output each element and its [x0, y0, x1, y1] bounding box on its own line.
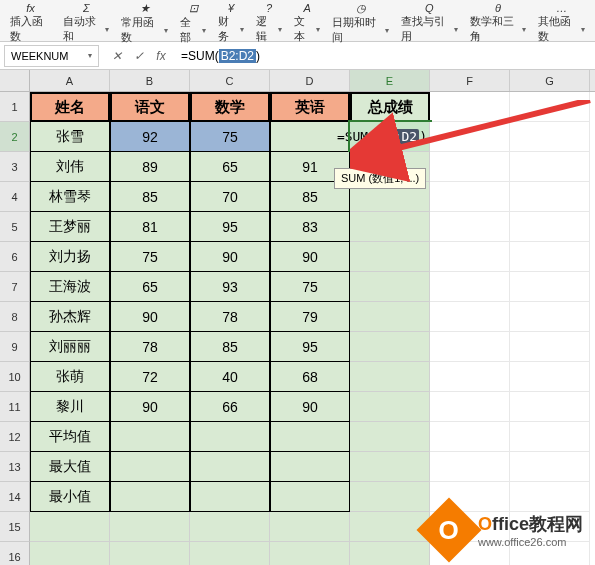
row-header[interactable]: 16	[0, 542, 30, 565]
header-cell[interactable]: 数学	[190, 92, 270, 122]
row-header[interactable]: 2	[0, 122, 30, 152]
col-header-d[interactable]: D	[270, 70, 350, 91]
cell[interactable]	[190, 542, 270, 565]
cell-e[interactable]	[350, 302, 430, 332]
fx-icon[interactable]: fx	[153, 49, 169, 63]
row-header[interactable]: 14	[0, 482, 30, 512]
cell[interactable]	[110, 512, 190, 542]
data-cell[interactable]: 78	[110, 332, 190, 362]
cell[interactable]	[430, 332, 510, 362]
cell-e[interactable]	[350, 452, 430, 482]
name-cell[interactable]: 张雪	[30, 122, 110, 152]
data-cell[interactable]: 90	[110, 302, 190, 332]
cell[interactable]	[430, 422, 510, 452]
row-header[interactable]: 13	[0, 452, 30, 482]
name-cell[interactable]: 刘丽丽	[30, 332, 110, 362]
header-cell[interactable]: 姓名	[30, 92, 110, 122]
cell-e[interactable]	[350, 422, 430, 452]
cell[interactable]	[430, 302, 510, 332]
ribbon-insert-function[interactable]: fx 插入函数	[4, 2, 57, 40]
data-cell[interactable]: 90	[270, 392, 350, 422]
data-cell[interactable]	[190, 482, 270, 512]
cell[interactable]	[430, 152, 510, 182]
col-header-a[interactable]: A	[30, 70, 110, 91]
cell-e[interactable]	[350, 332, 430, 362]
data-cell[interactable]: 66	[190, 392, 270, 422]
name-cell[interactable]: 王梦丽	[30, 212, 110, 242]
data-cell[interactable]	[190, 422, 270, 452]
cell[interactable]	[30, 512, 110, 542]
ribbon-datetime[interactable]: ◷ 日期和时间▾	[326, 2, 395, 40]
cell[interactable]	[430, 182, 510, 212]
row-header[interactable]: 4	[0, 182, 30, 212]
row-header[interactable]: 10	[0, 362, 30, 392]
row-header[interactable]: 5	[0, 212, 30, 242]
data-cell[interactable]: 93	[190, 272, 270, 302]
cell[interactable]	[510, 122, 590, 152]
data-cell[interactable]: 95	[270, 332, 350, 362]
name-cell[interactable]: 林雪琴	[30, 182, 110, 212]
cell[interactable]	[510, 272, 590, 302]
data-cell[interactable]: 83	[270, 212, 350, 242]
data-cell[interactable]	[110, 482, 190, 512]
cell[interactable]	[510, 212, 590, 242]
data-cell[interactable]: 90	[110, 392, 190, 422]
data-cell[interactable]: 89	[110, 152, 190, 182]
cell-e[interactable]	[350, 362, 430, 392]
ribbon-logical[interactable]: ? 逻辑▾	[250, 2, 288, 40]
ribbon-all[interactable]: ⊡ 全部▾	[174, 2, 212, 40]
cell[interactable]	[430, 272, 510, 302]
name-cell[interactable]: 黎川	[30, 392, 110, 422]
data-cell[interactable]: 78	[190, 302, 270, 332]
cell[interactable]	[190, 512, 270, 542]
cell[interactable]	[510, 392, 590, 422]
ribbon-math[interactable]: θ 数学和三角▾	[464, 2, 533, 40]
name-cell[interactable]: 平均值	[30, 422, 110, 452]
data-cell[interactable]	[110, 452, 190, 482]
ribbon-other[interactable]: … 其他函数▾	[532, 2, 591, 40]
cell[interactable]	[510, 452, 590, 482]
row-header[interactable]: 3	[0, 152, 30, 182]
cell[interactable]	[430, 212, 510, 242]
chevron-down-icon[interactable]: ▾	[88, 51, 92, 60]
data-cell[interactable]: 79	[270, 302, 350, 332]
data-cell[interactable]: 75	[190, 122, 270, 152]
cancel-icon[interactable]: ✕	[109, 49, 125, 63]
row-header[interactable]: 7	[0, 272, 30, 302]
header-cell[interactable]: 总成绩	[350, 92, 430, 122]
col-header-f[interactable]: F	[430, 70, 510, 91]
data-cell[interactable]: 70	[190, 182, 270, 212]
cell[interactable]	[430, 362, 510, 392]
col-header-c[interactable]: C	[190, 70, 270, 91]
data-cell[interactable]: 68	[270, 362, 350, 392]
select-all-corner[interactable]	[0, 70, 30, 91]
data-cell[interactable]: 85	[110, 182, 190, 212]
cell[interactable]	[510, 422, 590, 452]
cell-e[interactable]	[350, 482, 430, 512]
row-header[interactable]: 6	[0, 242, 30, 272]
data-cell[interactable]	[190, 452, 270, 482]
data-cell[interactable]	[270, 482, 350, 512]
spreadsheet-grid[interactable]: 1姓名语文数学英语总成绩2张雪9275=SUM(B2:D2)3刘伟8965914…	[0, 92, 595, 565]
header-cell[interactable]: 语文	[110, 92, 190, 122]
data-cell[interactable]: 75	[110, 242, 190, 272]
name-cell[interactable]: 最大值	[30, 452, 110, 482]
cell[interactable]	[510, 332, 590, 362]
ribbon-autosum[interactable]: Σ 自动求和▾	[57, 2, 116, 40]
cell-e[interactable]	[350, 242, 430, 272]
cell[interactable]	[270, 542, 350, 565]
row-header[interactable]: 1	[0, 92, 30, 122]
row-header[interactable]: 11	[0, 392, 30, 422]
cell[interactable]	[430, 242, 510, 272]
row-header[interactable]: 9	[0, 332, 30, 362]
col-header-b[interactable]: B	[110, 70, 190, 91]
ribbon-text[interactable]: A 文本▾	[288, 2, 326, 40]
data-cell[interactable]	[270, 452, 350, 482]
data-cell[interactable]: 85	[190, 332, 270, 362]
data-cell[interactable]: 90	[270, 242, 350, 272]
row-header[interactable]: 12	[0, 422, 30, 452]
data-cell[interactable]: 75	[270, 272, 350, 302]
cell[interactable]	[510, 92, 590, 122]
data-cell[interactable]: 92	[110, 122, 190, 152]
accept-icon[interactable]: ✓	[131, 49, 147, 63]
